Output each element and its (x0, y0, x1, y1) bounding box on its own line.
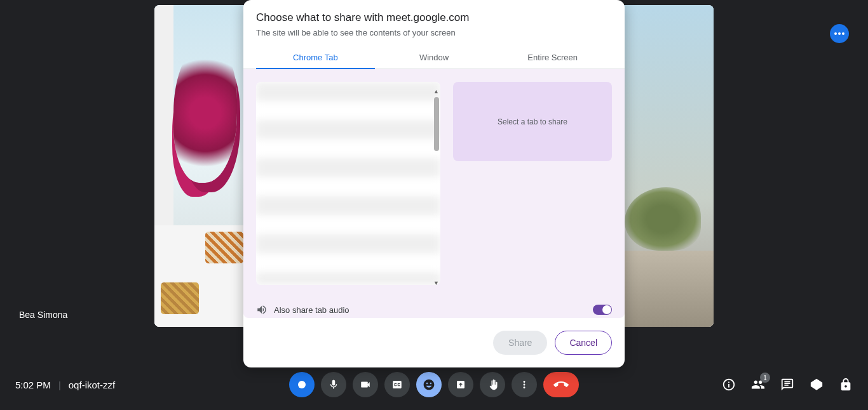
activities-button[interactable] (810, 378, 824, 392)
share-preview-box: Select a tab to share (453, 82, 612, 161)
meeting-details-button[interactable] (722, 378, 736, 392)
audio-share-label: Also share tab audio (274, 305, 593, 315)
mic-icon (296, 379, 308, 390)
emoji-icon (423, 378, 435, 391)
dialog-tabs: Chrome Tab Window Entire Screen (243, 46, 625, 69)
tab-list[interactable]: ▲ ▼ (256, 82, 440, 285)
chat-button[interactable] (780, 378, 794, 392)
captions-button[interactable] (384, 372, 410, 397)
cancel-button[interactable]: Cancel (555, 331, 612, 355)
info-icon (722, 378, 736, 392)
meeting-code-label[interactable]: oqf-ikot-zzf (69, 380, 115, 390)
audio-toggle-switch[interactable] (593, 305, 612, 315)
cc-icon (390, 379, 404, 390)
shapes-icon (810, 378, 824, 392)
screen-share-dialog: Choose what to share with meet.google.co… (243, 0, 625, 367)
speaker-icon (256, 304, 268, 315)
lock-person-icon (839, 378, 853, 392)
more-vertical-button[interactable] (512, 372, 537, 397)
call-controls (289, 372, 579, 397)
phone-hangup-icon (553, 377, 569, 392)
tab-window[interactable]: Window (375, 46, 494, 69)
microphone-mute-button[interactable] (321, 372, 346, 397)
people-count-badge: 1 (760, 373, 770, 383)
host-controls-button[interactable] (839, 378, 853, 392)
end-call-button[interactable] (543, 372, 579, 397)
scroll-down-arrow-icon[interactable]: ▼ (433, 280, 438, 285)
tab-chrome-tab[interactable]: Chrome Tab (256, 46, 375, 69)
more-horizontal-icon (834, 32, 844, 35)
divider: | (58, 380, 61, 390)
svg-point-0 (298, 381, 306, 388)
scroll-thumb[interactable] (434, 97, 439, 151)
audio-toggle-row: Also share tab audio (243, 298, 625, 318)
microphone-button[interactable] (289, 372, 315, 397)
more-options-button[interactable] (830, 24, 849, 43)
participant-name-label: Bea Simona (19, 310, 67, 320)
more-vertical-icon (519, 379, 530, 390)
hand-icon (487, 379, 498, 390)
scroll-up-arrow-icon[interactable]: ▲ (433, 88, 438, 93)
present-button[interactable] (448, 372, 473, 397)
mic-icon (328, 379, 339, 390)
right-controls: 1 (722, 378, 853, 392)
tab-entire-screen[interactable]: Entire Screen (493, 46, 612, 69)
preview-placeholder: Select a tab to share (498, 117, 567, 126)
tab-list-scrollbar[interactable]: ▲ ▼ (433, 88, 439, 285)
dialog-subtitle: The site will be able to see the content… (243, 28, 625, 46)
share-button[interactable]: Share (493, 331, 547, 355)
reactions-button[interactable] (416, 372, 442, 397)
meeting-info: 5:02 PM | oqf-ikot-zzf (15, 380, 115, 390)
people-button[interactable]: 1 (751, 378, 765, 392)
dialog-title: Choose what to share with meet.google.co… (243, 0, 625, 28)
raise-hand-button[interactable] (480, 372, 505, 397)
present-icon (455, 379, 466, 390)
time-label: 5:02 PM (15, 380, 51, 390)
camera-button[interactable] (353, 372, 378, 397)
chat-icon (780, 378, 794, 392)
video-icon (360, 379, 371, 390)
